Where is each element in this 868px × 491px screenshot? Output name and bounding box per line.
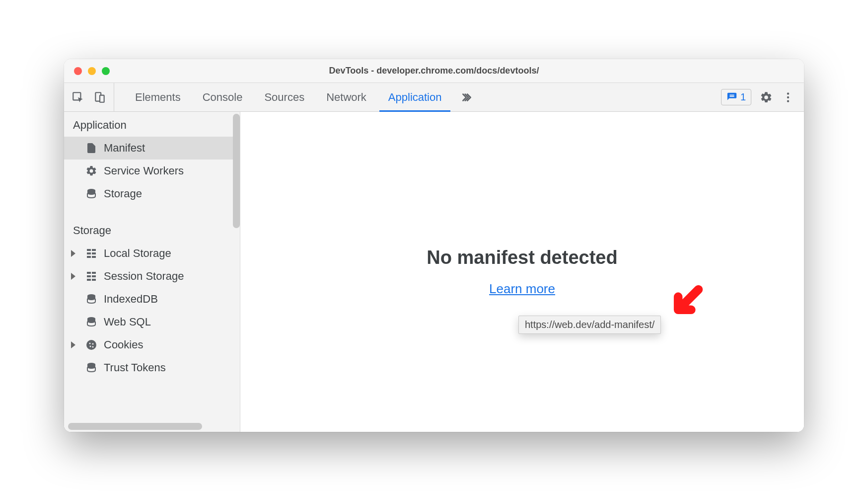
annotation-arrow-icon bbox=[672, 281, 707, 318]
devtools-toolbar: Elements Console Sources Network Applica… bbox=[64, 83, 804, 112]
svg-rect-7 bbox=[87, 249, 91, 251]
sidebar-section-storage: Storage bbox=[64, 217, 240, 242]
svg-point-4 bbox=[787, 96, 789, 98]
svg-point-21 bbox=[86, 340, 96, 350]
database-icon bbox=[85, 316, 98, 328]
svg-point-25 bbox=[92, 346, 94, 348]
sidebar-item-label: Session Storage bbox=[104, 270, 184, 283]
sidebar-item-web-sql[interactable]: Web SQL bbox=[64, 311, 240, 333]
sidebar-item-label: Storage bbox=[104, 187, 142, 200]
svg-rect-10 bbox=[92, 252, 96, 254]
svg-rect-13 bbox=[87, 272, 91, 274]
main-panel: No manifest detected Learn more https://… bbox=[240, 112, 804, 432]
document-icon bbox=[85, 142, 98, 155]
database-icon bbox=[85, 187, 98, 200]
expand-caret-icon[interactable] bbox=[71, 250, 75, 257]
sidebar-item-trust-tokens[interactable]: Trust Tokens bbox=[64, 356, 240, 379]
sidebar-scroll-area[interactable]: Application Manifest Service Workers bbox=[64, 112, 240, 432]
expand-caret-icon[interactable] bbox=[71, 273, 75, 280]
vertical-scrollbar[interactable] bbox=[233, 114, 240, 228]
window-close-button[interactable] bbox=[74, 67, 82, 75]
sidebar-item-label: Manifest bbox=[104, 142, 145, 155]
toolbar-right-group: 1 bbox=[721, 83, 804, 111]
sidebar-item-indexeddb[interactable]: IndexedDB bbox=[64, 288, 240, 311]
sidebar-item-session-storage[interactable]: Session Storage bbox=[64, 265, 240, 288]
sidebar-item-label: IndexedDB bbox=[104, 293, 158, 306]
svg-point-3 bbox=[787, 92, 789, 94]
inspect-element-icon[interactable] bbox=[71, 90, 85, 104]
svg-rect-16 bbox=[92, 275, 96, 277]
tab-application[interactable]: Application bbox=[377, 83, 453, 111]
sidebar-item-label: Local Storage bbox=[104, 247, 171, 260]
svg-rect-11 bbox=[87, 256, 91, 258]
svg-rect-14 bbox=[92, 272, 96, 274]
svg-point-24 bbox=[90, 346, 91, 347]
svg-point-5 bbox=[787, 100, 789, 102]
database-icon bbox=[85, 293, 98, 306]
svg-rect-17 bbox=[87, 279, 91, 281]
content-area: Application Manifest Service Workers bbox=[64, 112, 804, 432]
svg-rect-15 bbox=[87, 275, 91, 277]
gear-icon bbox=[85, 164, 98, 177]
sidebar-item-manifest[interactable]: Manifest bbox=[64, 137, 240, 160]
sidebar-item-storage[interactable]: Storage bbox=[64, 182, 240, 205]
tab-network[interactable]: Network bbox=[315, 83, 377, 111]
tab-sources[interactable]: Sources bbox=[253, 83, 315, 111]
expand-caret-icon[interactable] bbox=[71, 341, 75, 348]
database-icon bbox=[85, 361, 98, 374]
window-title: DevTools - developer.chrome.com/docs/dev… bbox=[64, 66, 804, 76]
sidebar-item-label: Trust Tokens bbox=[104, 361, 166, 374]
issues-count: 1 bbox=[740, 91, 746, 103]
horizontal-scrollbar[interactable] bbox=[68, 423, 202, 430]
svg-point-23 bbox=[92, 343, 94, 345]
window-zoom-button[interactable] bbox=[102, 67, 110, 75]
tab-console[interactable]: Console bbox=[192, 83, 254, 111]
sidebar-item-label: Web SQL bbox=[104, 316, 151, 328]
sidebar-item-label: Service Workers bbox=[104, 164, 184, 177]
grid-icon bbox=[85, 247, 98, 260]
svg-rect-2 bbox=[100, 95, 104, 102]
settings-icon[interactable] bbox=[759, 90, 773, 104]
traffic-lights bbox=[64, 67, 110, 75]
sidebar-item-cookies[interactable]: Cookies bbox=[64, 333, 240, 356]
learn-more-link[interactable]: Learn more bbox=[489, 281, 555, 297]
grid-icon bbox=[85, 270, 98, 283]
cookie-icon bbox=[85, 338, 98, 351]
more-tabs-button[interactable] bbox=[452, 83, 481, 111]
window-minimize-button[interactable] bbox=[88, 67, 96, 75]
kebab-menu-icon[interactable] bbox=[781, 90, 795, 104]
device-toggle-icon[interactable] bbox=[93, 90, 107, 104]
sidebar-item-service-workers[interactable]: Service Workers bbox=[64, 160, 240, 182]
tab-elements[interactable]: Elements bbox=[124, 83, 192, 111]
toolbar-left-group bbox=[64, 83, 114, 111]
devtools-window: DevTools - developer.chrome.com/docs/dev… bbox=[64, 59, 804, 432]
issues-counter[interactable]: 1 bbox=[721, 89, 751, 105]
sidebar-item-local-storage[interactable]: Local Storage bbox=[64, 242, 240, 265]
svg-point-22 bbox=[89, 343, 91, 344]
manifest-empty-heading: No manifest detected bbox=[427, 247, 617, 268]
sidebar-item-label: Cookies bbox=[104, 338, 143, 351]
svg-rect-18 bbox=[92, 279, 96, 281]
link-tooltip: https://web.dev/add-manifest/ bbox=[518, 316, 661, 334]
svg-rect-8 bbox=[92, 249, 96, 251]
application-sidebar: Application Manifest Service Workers bbox=[64, 112, 240, 432]
titlebar: DevTools - developer.chrome.com/docs/dev… bbox=[64, 59, 804, 83]
svg-rect-9 bbox=[87, 252, 91, 254]
svg-rect-12 bbox=[92, 256, 96, 258]
sidebar-section-application: Application bbox=[64, 112, 240, 137]
panel-tabs: Elements Console Sources Network Applica… bbox=[114, 83, 481, 111]
